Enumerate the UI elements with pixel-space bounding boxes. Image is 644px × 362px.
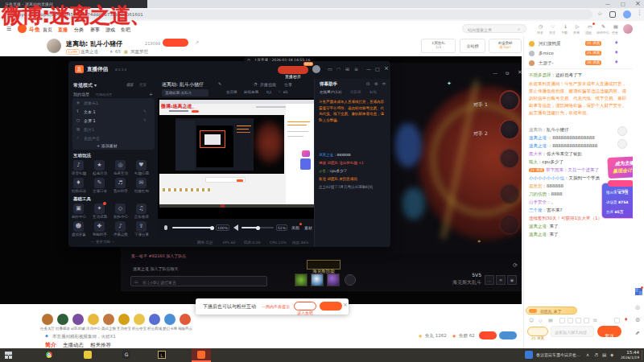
quick-phrase-1[interactable] — [559, 318, 565, 323]
tool-command-icon[interactable]: ✎ — [94, 178, 105, 188]
anchor-name[interactable]: 迷离之道· — [80, 49, 100, 55]
tool-karaoke-icon[interactable]: ♪ — [115, 221, 126, 232]
scene-item-sysaudio[interactable]: 系统声音 — [84, 136, 100, 141]
game-tag-pill[interactable]: 英雄联盟-大乱斗 — [162, 89, 208, 97]
taskbar-douyu-icon[interactable] — [84, 351, 92, 359]
follow-button[interactable]: ♥ 关注 — [163, 39, 188, 47]
tool-music-icon[interactable]: ♫ — [136, 204, 147, 214]
obs-user-avatar[interactable] — [312, 65, 320, 73]
tool-red-packet-icon[interactable]: ✉ — [136, 178, 147, 188]
lol-refresh-icon[interactable]: ⟳ — [513, 262, 518, 269]
reroll-button[interactable] — [345, 274, 356, 286]
quick-golive-icon[interactable]: ▷ — [576, 23, 580, 29]
material-button[interactable]: 素材 — [304, 225, 312, 230]
tool-privilege-icon[interactable]: ♦ — [73, 178, 84, 188]
site-search-input[interactable]: 站内搜索之类 ⌕ — [462, 24, 526, 33]
notify-close-icon[interactable]: × — [343, 302, 348, 308]
float-circle-button-2[interactable] — [617, 139, 627, 149]
scene-item-image[interactable]: 图片1 — [84, 127, 94, 132]
popout-chat-icon[interactable]: ⧉ — [593, 317, 597, 323]
speaker-slider-knob[interactable] — [256, 226, 260, 230]
tool-dressup-icon[interactable]: ◇ — [115, 204, 126, 214]
tool-confession-icon[interactable]: ♬ — [115, 178, 126, 188]
start-button[interactable] — [5, 352, 12, 359]
quick-phrase-3[interactable] — [576, 318, 581, 323]
guide-label[interactable]: 开播指南 — [260, 82, 276, 87]
coin-icon[interactable]: ◇ — [539, 317, 543, 323]
scene-item-text[interactable]: 文本 1 — [84, 109, 96, 114]
lol-voice-button[interactable]: ◉ — [507, 275, 517, 285]
quick-history-icon[interactable]: ◷ — [539, 23, 543, 29]
quick-start-button[interactable]: 直播秒开 — [278, 66, 308, 74]
tool-vtuber-icon[interactable]: ☻ — [73, 221, 84, 232]
danmaku-tab-sticker[interactable]: 贴纸 — [369, 90, 377, 94]
tool-featured-event-icon[interactable]: ★ — [94, 160, 105, 171]
taskbar-active-app[interactable] — [192, 348, 211, 362]
quick-creator-icon[interactable]: ✎ — [601, 23, 605, 29]
obs-maximize-icon[interactable]: □ — [375, 66, 380, 72]
more-tools-button[interactable]: — 更多功能 — — [91, 240, 115, 244]
brand-label[interactable]: 全品牌 — [226, 90, 237, 94]
hextech-skill-button[interactable]: 海克斯技能 — [307, 260, 341, 269]
clock-time[interactable]: 15:44 — [618, 350, 639, 355]
rank-board-box[interactable]: 全站榜 — [460, 39, 485, 53]
quick-follow-icon[interactable]: ♡ — [551, 23, 555, 29]
scene-item-camera[interactable]: 摄像头1 — [84, 101, 98, 105]
mic-slider-knob[interactable] — [210, 226, 214, 230]
tray-expand-icon[interactable]: ∧ — [586, 352, 589, 357]
send-button[interactable]: 发送 — [597, 326, 621, 337]
scene-screen-edit-icon[interactable]: ✎ — [143, 118, 147, 122]
danmaku-refresh-icon[interactable]: ⟳ — [382, 81, 386, 86]
feature-points-draw-icon[interactable] — [134, 314, 145, 325]
quick-task-icon[interactable]: ▤ — [613, 23, 618, 29]
highlight-text[interactable]: 本直播间精彩视频集锦，火箭X1 — [52, 334, 116, 339]
lol-minimize-icon[interactable]: — — [493, 70, 497, 76]
preview-canvas[interactable]: 微博:迷离之道、 — [158, 98, 316, 229]
mode-selector[interactable]: 常规模式 ▾ — [73, 82, 97, 89]
lol-scoreboard-button[interactable]: ≡ — [496, 275, 506, 285]
browser-menu-icon[interactable]: ⋮ — [637, 10, 642, 16]
tool-link-mic-icon[interactable]: ◎ — [115, 160, 126, 171]
rail-settings-icon[interactable]: ⚙ — [635, 317, 640, 323]
user-avatar[interactable] — [623, 24, 633, 34]
obs-menu-icon[interactable]: ≡ — [354, 66, 358, 72]
feature-lucky-bag-icon[interactable] — [180, 314, 191, 325]
share-label[interactable]: 分享 — [284, 82, 292, 87]
preview-title-edit-icon[interactable]: ✎ — [218, 81, 221, 86]
feature-event-center-icon[interactable] — [88, 314, 99, 325]
obs-message-icon[interactable]: ▭ — [328, 66, 332, 72]
action-center-divider[interactable] — [642, 350, 642, 360]
weekly-gift-box[interactable]: 1周热礼 1/3 — [421, 39, 456, 53]
rank-1-name[interactable]: 河幻摸鸭蛋 — [539, 41, 561, 47]
rail-apps-icon[interactable] — [635, 288, 642, 295]
skin-portrait-icon[interactable] — [327, 274, 340, 286]
tray-network-icon[interactable]: ◈ — [610, 352, 613, 357]
feature-watch-match-icon[interactable] — [57, 314, 68, 325]
news-widget-text[interactable]: 春运首日车票今日开抢… — [536, 352, 583, 357]
tray-ime-icon[interactable]: ▤ — [602, 352, 606, 357]
feature-dream-card-icon[interactable] — [164, 314, 175, 325]
lol-close-icon[interactable]: ✕ — [518, 69, 522, 76]
news-widget-icon[interactable] — [525, 351, 533, 359]
add-material-button[interactable]: + 添加素材 — [97, 143, 118, 148]
scene-item-fullscreen[interactable]: 全屏 1 — [84, 118, 96, 123]
feature-treasure-icon[interactable] — [118, 314, 130, 325]
quick-message-icon[interactable]: ▭ — [588, 23, 592, 29]
image-icon[interactable]: ▤ — [548, 317, 553, 323]
feature-pro-tour-icon[interactable] — [103, 314, 114, 325]
stream-player[interactable]: ✦ » — ⧉ ✕ 对手 1 对手 2 第一哈平 #82160 加入了队伍 迷离… — [0, 56, 522, 304]
scene-add-button[interactable]: + — [149, 91, 153, 97]
browser-profile-avatar[interactable] — [623, 10, 631, 19]
extension-icon[interactable] — [609, 11, 616, 18]
week-star-label[interactable]: 周星梦想 — [130, 49, 148, 55]
taskbar-game-launcher-icon[interactable]: G — [122, 351, 130, 359]
enter-yuba-button[interactable]: 进入鱼吧 — [294, 302, 316, 311]
hot-gift-icon[interactable]: ♦ — [624, 316, 628, 322]
mic-icon[interactable] — [164, 225, 167, 230]
tool-topic-icon[interactable]: ✦ — [94, 204, 105, 214]
danmaku-popout-icon[interactable]: ⊡ — [366, 81, 369, 86]
preview-title[interactable]: 迷离劫: 乱斗小猪仔 — [162, 81, 204, 88]
tray-audio-icon[interactable]: ♬ — [594, 352, 598, 357]
scene-text-edit-icon[interactable]: ✎ — [143, 109, 147, 113]
lol-chat-button[interactable]: … — [485, 275, 494, 285]
